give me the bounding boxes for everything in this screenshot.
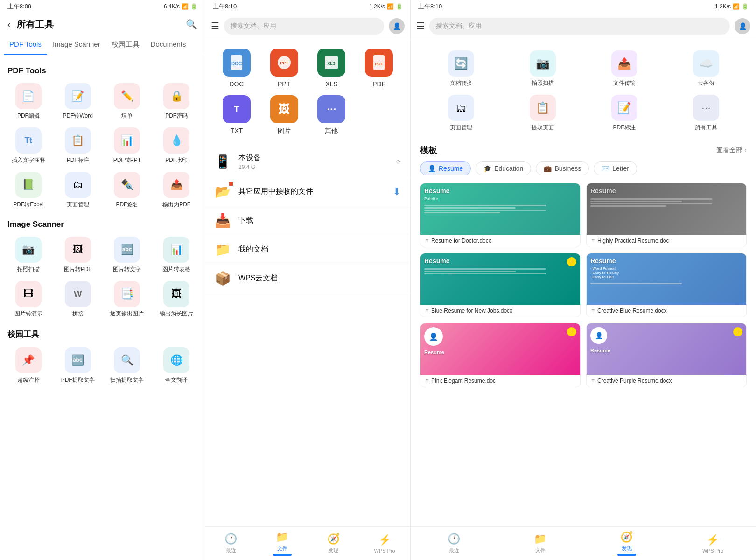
cat-tab-letter[interactable]: ✉️ Letter: [594, 161, 637, 175]
tool-icon-pdf-edit: 📄: [15, 83, 42, 109]
tool-super-anno[interactable]: 📌 超级注释: [7, 347, 49, 384]
nav-pro-3[interactable]: ⚡ WPS Pro: [670, 527, 756, 560]
tool-icon-img-text: 🔤: [114, 237, 140, 263]
nav-discover-3[interactable]: 🧭 发现: [583, 527, 670, 560]
back-button[interactable]: ‹: [7, 19, 11, 30]
top-tool-transfer[interactable]: 📤 文件传输: [583, 47, 665, 91]
template-card-2[interactable]: Resume ≡ Highly Practical Resume.doc: [586, 183, 747, 247]
top-tool-pdf-anno-3[interactable]: 📝 PDF标注: [583, 91, 665, 135]
tool-img-slide[interactable]: 🎞 图片转演示: [7, 281, 49, 318]
search-button[interactable]: 🔍: [186, 19, 197, 30]
template-name-3: Blue Resume for New Jobs.docx: [431, 308, 575, 314]
cat-tab-resume-label: Resume: [439, 165, 463, 172]
view-all-button[interactable]: 查看全部 ›: [716, 146, 747, 154]
tool-pdf-edit[interactable]: 📄 PDF编辑: [7, 83, 49, 120]
tool-fill[interactable]: ✏️ 填单: [106, 83, 148, 120]
tool-label-super-anno: 超级注释: [17, 376, 40, 384]
tool-export-pdf[interactable]: 📤 输出为PDF: [155, 172, 197, 209]
avatar-2[interactable]: 👤: [389, 18, 405, 34]
top-tool-icon-backup: ☁️: [693, 50, 719, 77]
cat-tab-business[interactable]: 💼 Business: [536, 161, 589, 175]
template-card-1[interactable]: Resume Palette ≡ Resume for Doctor.docx: [420, 183, 581, 247]
top-tool-doc-convert[interactable]: 🔄 文档转换: [420, 47, 502, 91]
cat-tab-education[interactable]: 🎓 Education: [476, 161, 531, 175]
status-bar-3: 上午8:10 1.2K/s 📶 🔋: [411, 0, 756, 13]
search-bar-2[interactable]: 搜索文档、应用: [224, 18, 384, 35]
tool-scan-extract[interactable]: 🔍 扫描提取文字: [106, 347, 148, 384]
tool-pdf-extract[interactable]: 🔤 PDF提取文字: [57, 347, 99, 384]
nav-recent-2[interactable]: 🕐 最近: [205, 527, 257, 560]
tool-insert-text[interactable]: Tt 插入文字注释: [7, 127, 49, 164]
tool-pdf-sign[interactable]: ✒️ PDF签名: [106, 172, 148, 209]
tool-icon-scan: 📷: [15, 237, 42, 263]
search-placeholder-2: 搜索文档、应用: [231, 22, 276, 30]
folder-download[interactable]: 📥 下载: [205, 206, 410, 235]
nav-files-3[interactable]: 📁 文件: [497, 527, 583, 560]
top-tool-backup[interactable]: ☁️ 云备份: [665, 47, 747, 91]
filetype-doc[interactable]: DOC DOC: [223, 49, 251, 88]
tool-long-img[interactable]: 🖼 输出为长图片: [155, 281, 197, 318]
filetype-pdf[interactable]: PDF PDF: [365, 49, 393, 88]
tool-icon-export-pdf: 📤: [163, 172, 189, 198]
tab-documents[interactable]: Documents: [145, 35, 192, 55]
filetype-txt[interactable]: T TXT: [223, 95, 251, 135]
template-title: 模板: [420, 145, 437, 156]
tool-pdf-watermark[interactable]: 💧 PDF水印: [155, 127, 197, 164]
filetype-other[interactable]: ··· 其他: [317, 95, 345, 135]
nav-files-2[interactable]: 📁 文件: [257, 527, 308, 560]
tool-page-mgmt[interactable]: 🗂 页面管理: [57, 172, 99, 209]
template-thumb-1: Resume Palette: [420, 183, 580, 235]
nav-discover-2[interactable]: 🧭 发现: [308, 527, 359, 560]
folder-device[interactable]: 📱 本设备 29.4 G ⟳: [205, 147, 410, 177]
nav-pro-2[interactable]: ⚡ WPS Pro: [359, 527, 410, 560]
template-name-2: Highly Practical Resume.doc: [597, 238, 742, 244]
menu-button-3[interactable]: ☰: [416, 21, 425, 32]
tool-img-pdf[interactable]: 🖼 图片转PDF: [57, 237, 99, 273]
tool-icon-pdf-anno: 📋: [65, 127, 91, 154]
filetype-ppt[interactable]: PPT PPT: [270, 49, 298, 88]
cat-tab-education-icon: 🎓: [483, 165, 491, 172]
menu-button-2[interactable]: ☰: [211, 21, 219, 32]
tab-image-scanner[interactable]: Image Scanner: [47, 35, 106, 55]
folder-mydocs[interactable]: 📁 我的文档: [205, 235, 410, 264]
tool-merge[interactable]: W 拼接: [57, 281, 99, 318]
tool-translate[interactable]: 🌐 全文翻译: [155, 347, 197, 384]
filetype-xls[interactable]: XLS XLS: [317, 49, 345, 88]
tool-pdf-excel[interactable]: 📗 PDF转Excel: [7, 172, 49, 209]
tab-pdf-tools[interactable]: PDF Tools: [4, 35, 47, 55]
tool-label-long-img: 输出为长图片: [160, 310, 193, 318]
search-header-3: ☰ 搜索文档、应用 👤: [411, 13, 756, 39]
folder-wps[interactable]: 📦 WPS云文档: [205, 264, 410, 293]
tool-label-export-pdf: 输出为PDF: [162, 201, 190, 209]
top-tool-scan-3[interactable]: 📷 拍照扫描: [502, 47, 583, 91]
tool-pdf-word[interactable]: 📝 PDF转Word: [57, 83, 99, 120]
filetype-icon-xls: XLS: [317, 49, 345, 77]
template-card-6[interactable]: 👤 Resume ⚡ ≡ Creative Purple Resume.docx: [586, 323, 747, 387]
tool-pdf-pass[interactable]: 🔒 PDF密码: [155, 83, 197, 120]
top-tool-label-pdf-anno-3: PDF标注: [613, 124, 636, 132]
template-card-4[interactable]: Resume · Word Format· Easy to Reality· E…: [586, 253, 747, 317]
top-tool-page-mgmt-3[interactable]: 🗂 页面管理: [420, 91, 502, 135]
tool-pdf-anno[interactable]: 📋 PDF标注: [57, 127, 99, 164]
search-bar-3[interactable]: 搜索文档、应用: [429, 18, 730, 35]
top-tool-all-tools[interactable]: ⋯ 所有工具: [665, 91, 747, 135]
tool-img-table[interactable]: 📊 图片转表格: [155, 237, 197, 273]
tool-img-text[interactable]: 🔤 图片转文字: [106, 237, 148, 273]
cat-tab-education-label: Education: [494, 165, 523, 172]
template-name-6: Creative Purple Resume.docx: [597, 378, 742, 384]
nav-recent-3[interactable]: 🕐 最近: [411, 527, 497, 560]
tool-export-img[interactable]: 📑 逐页输出图片: [106, 281, 148, 318]
tool-scan[interactable]: 📷 拍照扫描: [7, 237, 49, 273]
filetype-label-xls: XLS: [325, 80, 337, 88]
tab-campus[interactable]: 校园工具: [106, 35, 145, 55]
tool-pdf-ppt[interactable]: 📊 PDF转PPT: [106, 127, 148, 164]
template-thumb-4: Resume · Word Format· Easy to Reality· E…: [587, 253, 746, 305]
cat-tab-resume[interactable]: 👤 Resume: [420, 161, 471, 175]
folder-list: 📱 本设备 29.4 G ⟳ 📂 其它应用中接收的文件 ⬇ 📥 下载 📁 我的文…: [205, 143, 410, 297]
template-card-5[interactable]: 👤 Resume ⚡ ≡ Pink Elegant Resume.doc: [420, 323, 581, 387]
filetype-image[interactable]: 🖼 图片: [270, 95, 298, 135]
top-tool-extract-page[interactable]: 📋 提取页面: [502, 91, 583, 135]
template-card-3[interactable]: Resume ⚡ ≡ Blue Resume for New Jobs.docx: [420, 253, 581, 317]
avatar-3[interactable]: 👤: [735, 18, 750, 34]
folder-received[interactable]: 📂 其它应用中接收的文件 ⬇: [205, 177, 410, 206]
